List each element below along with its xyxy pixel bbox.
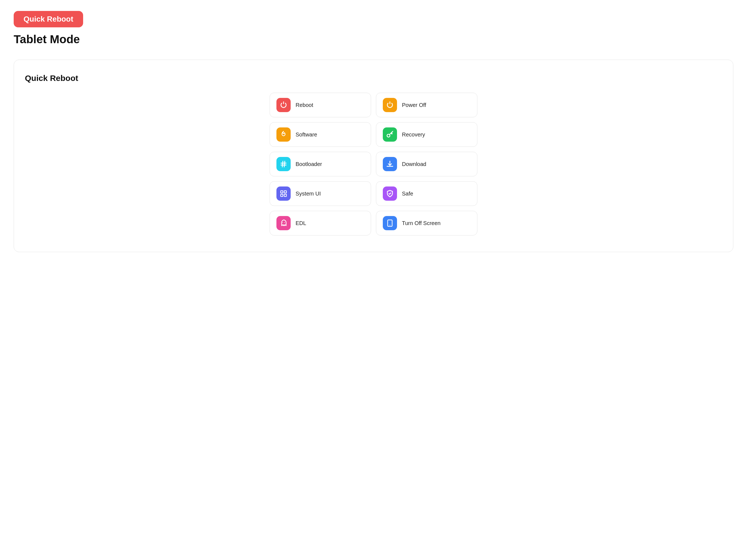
header-badge: Quick Reboot: [14, 11, 83, 27]
power-off-icon: [383, 98, 397, 112]
flame-icon: [277, 127, 291, 142]
svg-rect-7: [281, 194, 283, 196]
label-power-off: Power Off: [402, 102, 426, 108]
grid-item-bootloader[interactable]: Bootloader: [269, 152, 371, 176]
quick-reboot-card: Quick Reboot Reboot Power Off Software R…: [14, 59, 733, 252]
label-download: Download: [402, 161, 426, 167]
hash-icon: [277, 157, 291, 171]
screen-off-icon: [383, 216, 397, 230]
ghost-icon: [277, 216, 291, 230]
shield-icon: [383, 186, 397, 201]
label-turn-off-screen: Turn Off Screen: [402, 220, 440, 226]
grid-item-download[interactable]: Download: [376, 152, 478, 176]
grid-item-edl[interactable]: EDL: [269, 211, 371, 235]
grid-item-recovery[interactable]: Recovery: [376, 122, 478, 147]
reboot-grid: Reboot Power Off Software Recovery Bootl…: [269, 93, 478, 235]
svg-rect-5: [281, 191, 283, 193]
label-edl: EDL: [295, 220, 306, 226]
grid-item-power-off[interactable]: Power Off: [376, 93, 478, 117]
grid-item-turn-off-screen[interactable]: Turn Off Screen: [376, 211, 478, 235]
svg-rect-8: [284, 194, 286, 196]
grid-item-system-ui[interactable]: System UI: [269, 181, 371, 206]
label-recovery: Recovery: [402, 131, 425, 138]
label-software: Software: [295, 131, 317, 138]
svg-rect-6: [284, 191, 286, 193]
card-title: Quick Reboot: [25, 74, 722, 83]
grid-item-safe[interactable]: Safe: [376, 181, 478, 206]
label-safe: Safe: [402, 190, 413, 197]
label-system-ui: System UI: [295, 190, 321, 197]
grid-icon: [277, 186, 291, 201]
key-icon: [383, 127, 397, 142]
grid-item-reboot[interactable]: Reboot: [269, 93, 371, 117]
svg-line-4: [284, 161, 285, 167]
label-reboot: Reboot: [295, 102, 313, 108]
power-icon: [277, 98, 291, 112]
badge-label: Quick Reboot: [24, 15, 73, 23]
label-bootloader: Bootloader: [295, 161, 322, 167]
svg-line-3: [282, 161, 283, 167]
grid-item-software[interactable]: Software: [269, 122, 371, 147]
page-title: Tablet Mode: [14, 33, 733, 46]
download-icon: [383, 157, 397, 171]
